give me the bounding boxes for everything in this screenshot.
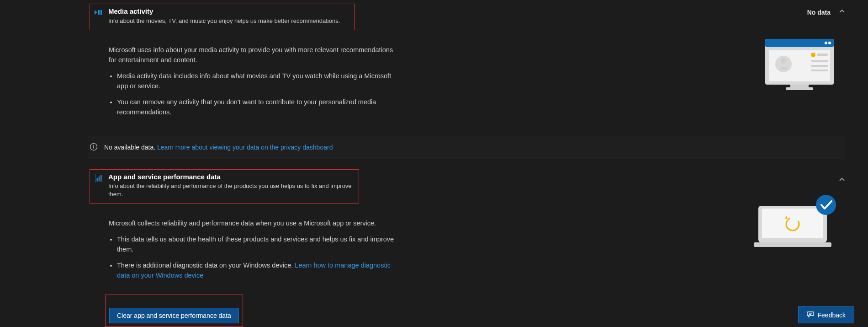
svg-rect-23 (101, 175, 102, 181)
feedback-label: Feedback (818, 311, 846, 319)
learn-more-link[interactable]: Learn more about viewing your data on th… (157, 144, 333, 151)
bullet-item: There is additional diagnostic data on y… (117, 260, 401, 281)
svg-point-29 (816, 195, 836, 215)
svg-point-6 (828, 42, 831, 44)
svg-point-18 (93, 145, 94, 145)
svg-rect-13 (811, 65, 828, 67)
status-label: No data (807, 9, 831, 16)
performance-data-header[interactable]: App and service performance data Info ab… (82, 166, 694, 208)
svg-rect-22 (99, 177, 100, 181)
section-intro: Microsoft uses info about your media act… (109, 45, 401, 65)
bullet-item: Media activity data includes info about … (117, 71, 401, 91)
svg-rect-19 (93, 146, 94, 148)
media-activity-body: Microsoft uses info about your media act… (109, 45, 401, 118)
section-subtitle: Info about the reliability and performan… (108, 182, 354, 198)
section-subtitle: Info about the movies, TV, and music you… (108, 17, 340, 25)
svg-rect-12 (811, 60, 828, 62)
svg-marker-0 (95, 10, 97, 15)
svg-rect-15 (790, 85, 809, 87)
svg-rect-26 (754, 242, 831, 247)
info-icon (90, 143, 98, 152)
annotation-highlight: App and service performance data Info ab… (90, 169, 359, 204)
performance-illustration (754, 192, 836, 253)
bullet-item: You can remove any activity that you don… (117, 97, 401, 118)
annotation-highlight: Media activity Info about the movies, TV… (90, 4, 355, 30)
svg-point-5 (825, 42, 827, 44)
svg-rect-4 (765, 39, 834, 47)
media-play-icon (95, 8, 104, 17)
svg-rect-1 (98, 10, 100, 15)
svg-rect-21 (97, 178, 98, 181)
svg-rect-11 (817, 54, 828, 56)
annotation-highlight: Clear app and service performance data (105, 295, 243, 327)
media-activity-illustration (758, 37, 836, 102)
svg-point-9 (781, 58, 786, 64)
bullet-item: This data tells us about the health of t… (117, 234, 401, 255)
svg-rect-2 (101, 10, 102, 15)
feedback-icon (807, 311, 814, 319)
svg-point-10 (811, 53, 815, 57)
section-intro: Microsoft collects reliability and perfo… (109, 218, 401, 228)
info-text: No available data. (104, 144, 155, 151)
performance-data-body: Microsoft collects reliability and perfo… (109, 218, 401, 326)
section-title: Media activity (108, 7, 340, 16)
no-data-info-bar: No available data. Learn more about view… (88, 136, 845, 159)
svg-rect-16 (786, 87, 813, 90)
svg-rect-14 (811, 70, 828, 71)
clear-performance-data-button[interactable]: Clear app and service performance data (109, 308, 239, 323)
feedback-button[interactable]: Feedback (798, 306, 854, 323)
chevron-up-icon[interactable] (839, 177, 845, 184)
section-title: App and service performance data (108, 172, 354, 182)
media-activity-header[interactable]: Media activity Info about the movies, TV… (82, 0, 694, 34)
svg-rect-25 (762, 209, 823, 238)
chevron-up-icon[interactable] (839, 8, 845, 16)
chart-icon (95, 173, 104, 182)
